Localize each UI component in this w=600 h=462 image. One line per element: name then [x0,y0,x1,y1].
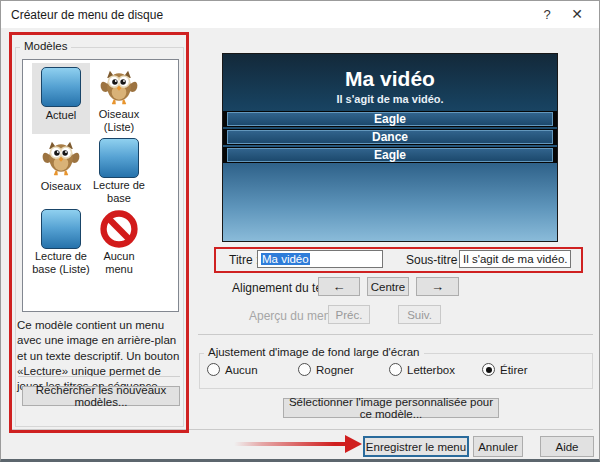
radio-button-icon [389,363,402,376]
radio-button-icon [298,363,311,376]
preview-item-label: Dance [227,130,553,144]
align-right-button[interactable]: → [416,277,459,296]
titlebar: Créateur de menu de disque ? ✕ [1,1,599,28]
no-menu-icon [99,207,139,250]
radio-button-selected-icon [482,363,495,376]
preview-item-row: Eagle [223,111,557,127]
previous-menu-button[interactable]: Préc. [328,305,370,324]
search-templates-button[interactable]: Rechercher les nouveaux modèles... [22,386,180,406]
radio-aucun[interactable]: Aucun [207,363,258,376]
disc-menu-creator-dialog: Créateur de menu de disque ? ✕ Modèles A… [0,0,600,462]
radio-letterbox[interactable]: Letterbox [389,363,455,376]
annotation-arrow-icon [345,435,362,453]
template-item-actuel[interactable]: Actuel [32,63,90,134]
radio-etirer[interactable]: Étirer [482,363,527,376]
template-description: Ce modèle contient un menu avec une imag… [17,318,182,394]
radio-label: Rogner [316,364,354,376]
widescreen-adjustment-groupbox: Ajustement d'image de fond large d'écran… [199,353,593,389]
radio-label: Aucun [225,364,258,376]
select-custom-image-button[interactable]: Sélectionner l'image personnalisée pour … [283,398,499,418]
template-item-aucun-menu[interactable]: Aucun menu [90,205,148,276]
template-item-oiseaux-liste[interactable]: Oiseaux (Liste) [90,63,148,134]
title-input[interactable]: Ma vidéo [257,250,383,268]
cancel-button[interactable]: Annuler [473,436,523,457]
divider [18,376,180,377]
window-title: Créateur de menu de disque [11,8,163,22]
template-thumbnail-icon [41,207,81,250]
preview-item-row: Eagle [223,147,557,163]
preview-item-label: Eagle [227,148,553,162]
align-left-button[interactable]: ← [318,277,360,296]
preview-title: Ma vidéo [223,67,557,91]
radio-label: Letterbox [407,364,455,376]
title-field-label: Titre : [229,253,259,267]
help-titlebar-button[interactable]: ? [535,5,559,24]
widescreen-group-label: Ajustement d'image de fond large d'écran [204,346,424,358]
subtitle-input[interactable]: Il s'agit de ma vidéo. [459,250,571,268]
owl-icon [41,136,81,180]
template-item-label: Aucun menu [90,250,148,276]
menu-preview: Ma vidéo Il s'agit de ma vidéo. Eagle Da… [222,53,558,242]
right-arrow-icon: → [431,279,444,294]
selected-text: Ma vidéo [261,253,310,265]
help-button[interactable]: Aide [540,436,594,457]
align-center-button[interactable]: Centre [367,277,409,296]
template-item-label: Oiseaux [41,180,81,193]
template-list[interactable]: Actuel [22,59,179,312]
separator [198,334,593,335]
template-item-label: Lecture de base (Liste) [32,250,90,276]
template-item-lecture-de-base[interactable]: Lecture de base [90,134,148,205]
template-thumbnail-icon [99,136,139,179]
preview-item-row: Dance [223,129,557,145]
radio-label: Étirer [500,364,527,376]
annotation-arrow-tail [234,442,346,446]
template-thumbnail-icon [41,65,81,109]
preview-item-label: Eagle [227,112,553,126]
template-item-label: Oiseaux (Liste) [90,108,148,134]
radio-button-icon [207,363,220,376]
template-item-label: Actuel [46,109,77,122]
templates-group-label: Modèles [20,40,71,52]
template-item-lecture-de-base-liste[interactable]: Lecture de base (Liste) [32,205,90,276]
left-arrow-icon: ← [333,279,346,294]
save-menu-button[interactable]: Enregistrer le menu [363,436,469,457]
preview-item-list: Eagle Dance Eagle [223,111,557,163]
next-menu-button[interactable]: Suiv. [398,305,441,324]
separator [9,429,593,430]
radio-rogner[interactable]: Rogner [298,363,354,376]
template-item-oiseaux[interactable]: Oiseaux [32,134,90,205]
subtitle-field-label: Sous-titre : [406,253,464,267]
template-item-label: Lecture de base [90,179,148,205]
close-icon[interactable]: ✕ [565,5,589,24]
owl-icon [99,65,139,108]
preview-subtitle: Il s'agit de ma vidéo. [223,93,557,106]
templates-groupbox: Modèles Actuel [15,47,184,427]
